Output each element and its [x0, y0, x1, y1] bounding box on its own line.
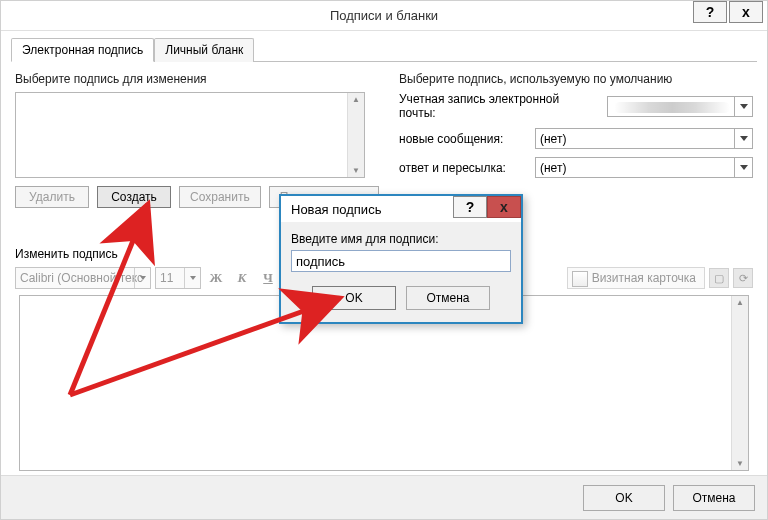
modal-titlebar: Новая подпись ? x	[281, 196, 521, 222]
insert-picture-icon[interactable]: ▢	[709, 268, 729, 288]
chevron-down-icon	[184, 268, 200, 288]
bold-button[interactable]: Ж	[205, 267, 227, 289]
chevron-down-icon	[734, 97, 752, 116]
signature-name-input[interactable]	[291, 250, 511, 272]
modal-ok-button[interactable]: OK	[312, 286, 396, 310]
font-name-value: Calibri (Основной текс	[20, 271, 143, 285]
font-name-combo[interactable]: Calibri (Основной текс	[15, 267, 151, 289]
reply-forward-label: ответ и пересылка:	[399, 161, 527, 175]
dialog-title: Подписи и бланки	[330, 8, 438, 23]
business-card-label: Визитная карточка	[592, 271, 696, 285]
modal-title: Новая подпись	[291, 202, 381, 217]
italic-button[interactable]: К	[231, 267, 253, 289]
reply-forward-value: (нет)	[540, 161, 566, 175]
new-messages-value: (нет)	[540, 132, 566, 146]
font-size-value: 11	[160, 271, 173, 285]
default-signature-label: Выберите подпись, используемую по умолча…	[399, 72, 753, 86]
new-signature-dialog: Новая подпись ? x Введите имя для подпис…	[279, 194, 523, 324]
tab-strip: Электронная подпись Личный бланк	[11, 37, 757, 62]
modal-help-button[interactable]: ?	[453, 196, 487, 218]
business-card-button[interactable]: Визитная карточка	[567, 267, 705, 289]
cancel-button[interactable]: Отмена	[673, 485, 755, 511]
titlebar: Подписи и бланки ? x	[1, 1, 767, 31]
modal-close-button[interactable]: x	[487, 196, 521, 218]
window-controls: ? x	[693, 1, 763, 23]
modal-prompt: Введите имя для подписи:	[291, 232, 511, 246]
underline-button[interactable]: Ч	[257, 267, 279, 289]
insert-hyperlink-icon[interactable]: ⟳	[733, 268, 753, 288]
font-size-combo[interactable]: 11	[155, 267, 201, 289]
delete-button: Удалить	[15, 186, 89, 208]
tab-email-signature[interactable]: Электронная подпись	[11, 38, 154, 62]
list-scrollbar[interactable]	[347, 93, 364, 177]
help-button[interactable]: ?	[693, 1, 727, 23]
chevron-down-icon	[134, 268, 150, 288]
chevron-down-icon	[734, 129, 752, 148]
create-button[interactable]: Создать	[97, 186, 171, 208]
dialog-footer: OK Отмена	[1, 475, 767, 519]
editor-scrollbar[interactable]	[731, 296, 748, 470]
choose-signature-label: Выберите подпись для изменения	[15, 72, 379, 86]
email-account-combo[interactable]	[607, 96, 753, 117]
save-button: Сохранить	[179, 186, 261, 208]
new-messages-label: новые сообщения:	[399, 132, 527, 146]
signature-list[interactable]	[15, 92, 365, 178]
reply-forward-combo[interactable]: (нет)	[535, 157, 753, 178]
close-button[interactable]: x	[729, 1, 763, 23]
new-messages-combo[interactable]: (нет)	[535, 128, 753, 149]
email-account-label: Учетная запись электронной почты:	[399, 92, 599, 120]
chevron-down-icon	[734, 158, 752, 177]
ok-button[interactable]: OK	[583, 485, 665, 511]
tab-personal-stationery[interactable]: Личный бланк	[154, 38, 254, 62]
modal-cancel-button[interactable]: Отмена	[406, 286, 490, 310]
